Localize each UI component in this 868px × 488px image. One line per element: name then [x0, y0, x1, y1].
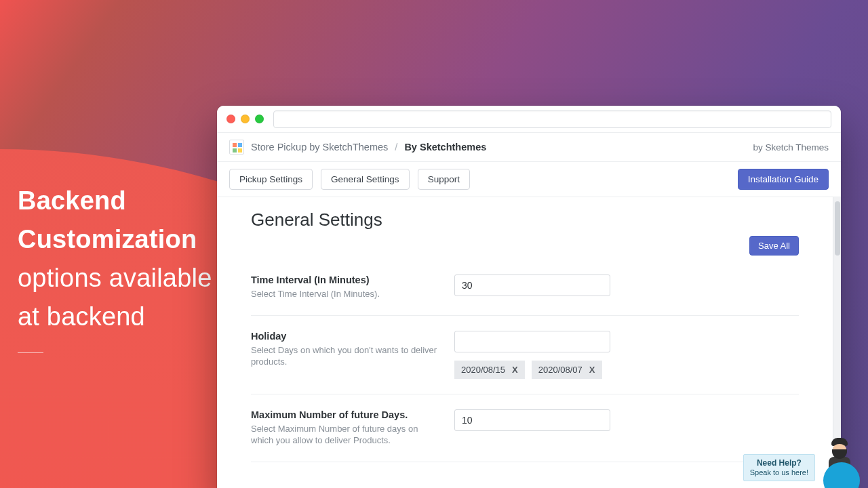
holiday-help: Select Days on which you don't wants to …: [251, 344, 441, 368]
holiday-chips: 2020/08/15 X 2020/08/07 X: [454, 361, 610, 379]
field-time-interval: Time Interval (In Minutes) Select Time I…: [251, 260, 799, 316]
tab-support[interactable]: Support: [418, 169, 470, 190]
tab-general-settings[interactable]: General Settings: [321, 169, 410, 190]
tab-pickup-settings[interactable]: Pickup Settings: [229, 169, 313, 190]
settings-content: General Settings Save All Time Interval …: [217, 197, 833, 488]
field-labelcol: Maximum Number of future Days. Select Ma…: [251, 409, 454, 447]
minimize-icon[interactable]: [241, 115, 250, 123]
close-icon[interactable]: [226, 115, 235, 123]
url-bar[interactable]: [273, 110, 831, 128]
marketing-stage: Backend Customization options available …: [0, 0, 868, 488]
page-title: General Settings: [251, 209, 799, 230]
field-labelcol: Holiday Select Days on which you don't w…: [251, 331, 454, 379]
marketing-divider: [18, 352, 43, 353]
breadcrumb-section: By Sketchthemes: [404, 142, 486, 152]
max-days-help: Select Maximum Number of future days on …: [251, 423, 441, 447]
window-titlebar: [217, 106, 841, 133]
chip-remove-icon[interactable]: X: [589, 365, 595, 375]
field-inputcol: 2020/08/15 X 2020/08/07 X: [454, 331, 610, 379]
breadcrumb: Store Pickup by SketchThemes / By Sketch…: [251, 142, 486, 152]
marketing-heading-light-2: at backend: [18, 302, 145, 331]
save-row: Save All: [251, 236, 799, 256]
breadcrumb-separator: /: [395, 142, 397, 152]
scrollbar-thumb[interactable]: [835, 201, 840, 256]
chat-subline: Speak to us here!: [750, 468, 808, 477]
tab-bar: Pickup Settings General Settings Support…: [217, 162, 841, 197]
app-header: Store Pickup by SketchThemes / By Sketch…: [217, 133, 841, 162]
chat-bubble[interactable]: Need Help? Speak to us here!: [743, 454, 815, 481]
app-window: Store Pickup by SketchThemes / By Sketch…: [217, 106, 841, 488]
max-days-input[interactable]: [454, 409, 610, 431]
holiday-chip: 2020/08/15 X: [454, 361, 525, 379]
byline: by Sketch Themes: [753, 142, 829, 152]
field-max-days: Maximum Number of future Days. Select Ma…: [251, 394, 799, 462]
chat-widget[interactable]: Need Help? Speak to us here!: [743, 438, 859, 481]
holiday-chip: 2020/08/07 X: [532, 361, 602, 379]
zoom-icon[interactable]: [255, 115, 264, 123]
field-inputcol: [454, 274, 610, 300]
breadcrumb-app[interactable]: Store Pickup by SketchThemes: [251, 142, 388, 152]
marketing-heading: Backend Customization options available …: [18, 182, 212, 336]
marketing-heading-bold-2: Customization: [18, 220, 212, 259]
time-interval-label: Time Interval (In Minutes): [251, 274, 441, 285]
field-inputcol: [454, 409, 610, 447]
field-labelcol: Time Interval (In Minutes) Select Time I…: [251, 274, 454, 300]
marketing-copy: Backend Customization options available …: [18, 182, 212, 353]
time-interval-help: Select Time Interval (In Minutes).: [251, 288, 441, 300]
time-interval-input[interactable]: [454, 274, 610, 296]
holiday-chip-text: 2020/08/15: [461, 365, 505, 375]
holiday-chip-text: 2020/08/07: [538, 365, 583, 375]
marketing-heading-bold-1: Backend: [18, 182, 212, 220]
holiday-input[interactable]: [454, 331, 610, 352]
chat-headline: Need Help?: [750, 458, 808, 468]
holiday-label: Holiday: [251, 331, 441, 342]
save-all-button[interactable]: Save All: [749, 236, 799, 256]
chip-remove-icon[interactable]: X: [512, 365, 518, 375]
field-holiday: Holiday Select Days on which you don't w…: [251, 316, 799, 394]
marketing-heading-light-1: options available: [18, 264, 212, 292]
app-icon: [229, 140, 244, 155]
installation-guide-button[interactable]: Installation Guide: [738, 169, 829, 190]
max-days-label: Maximum Number of future Days.: [251, 409, 441, 420]
window-traffic-lights: [226, 115, 264, 123]
